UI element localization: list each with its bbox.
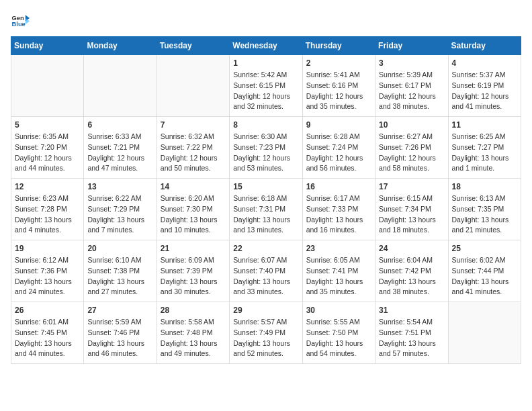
calendar-cell: 5Sunrise: 6:35 AM Sunset: 7:20 PM Daylig… — [11, 117, 84, 179]
calendar-cell: 27Sunrise: 5:59 AM Sunset: 7:46 PM Dayli… — [84, 302, 157, 364]
calendar-cell: 31Sunrise: 5:54 AM Sunset: 7:51 PM Dayli… — [375, 302, 448, 364]
calendar-cell: 11Sunrise: 6:25 AM Sunset: 7:27 PM Dayli… — [448, 117, 521, 179]
day-number: 12 — [15, 182, 80, 191]
calendar-cell: 28Sunrise: 5:58 AM Sunset: 7:48 PM Dayli… — [157, 302, 229, 364]
day-info: Sunrise: 6:15 AM Sunset: 7:34 PM Dayligh… — [379, 193, 444, 236]
day-number: 16 — [306, 182, 371, 191]
calendar-cell: 8Sunrise: 6:30 AM Sunset: 7:23 PM Daylig… — [230, 117, 302, 179]
day-number: 11 — [452, 120, 517, 130]
day-number: 13 — [87, 182, 152, 191]
day-number: 1 — [233, 58, 298, 68]
day-info: Sunrise: 6:25 AM Sunset: 7:27 PM Dayligh… — [452, 132, 517, 174]
day-info: Sunrise: 6:04 AM Sunset: 7:42 PM Dayligh… — [379, 255, 444, 298]
day-info: Sunrise: 6:32 AM Sunset: 7:22 PM Dayligh… — [161, 132, 226, 174]
day-number: 7 — [161, 120, 226, 130]
day-info: Sunrise: 5:42 AM Sunset: 6:15 PM Dayligh… — [233, 70, 298, 112]
weekday-header-friday: Friday — [375, 37, 448, 55]
calendar-cell — [448, 302, 521, 364]
calendar-cell: 14Sunrise: 6:20 AM Sunset: 7:30 PM Dayli… — [157, 179, 229, 240]
calendar-cell — [84, 55, 157, 117]
day-number: 22 — [233, 244, 298, 253]
calendar-week-5: 26Sunrise: 6:01 AM Sunset: 7:45 PM Dayli… — [11, 302, 521, 364]
weekday-header-wednesday: Wednesday — [230, 37, 302, 55]
day-info: Sunrise: 6:12 AM Sunset: 7:36 PM Dayligh… — [15, 255, 80, 298]
logo-icon: Gen Blue — [11, 11, 30, 30]
calendar-cell: 15Sunrise: 6:18 AM Sunset: 7:31 PM Dayli… — [230, 179, 302, 240]
calendar-cell: 4Sunrise: 5:37 AM Sunset: 6:19 PM Daylig… — [448, 55, 521, 117]
calendar-cell: 20Sunrise: 6:10 AM Sunset: 7:38 PM Dayli… — [84, 240, 157, 302]
svg-text:Blue: Blue — [12, 21, 26, 28]
calendar-cell: 22Sunrise: 6:07 AM Sunset: 7:40 PM Dayli… — [230, 240, 302, 302]
day-number: 18 — [452, 182, 517, 191]
calendar-cell — [157, 55, 229, 117]
calendar-cell: 16Sunrise: 6:17 AM Sunset: 7:33 PM Dayli… — [302, 179, 375, 240]
day-info: Sunrise: 6:18 AM Sunset: 7:31 PM Dayligh… — [233, 193, 298, 236]
weekday-header-monday: Monday — [84, 37, 157, 55]
calendar-cell: 1Sunrise: 5:42 AM Sunset: 6:15 PM Daylig… — [230, 55, 302, 117]
day-info: Sunrise: 6:28 AM Sunset: 7:24 PM Dayligh… — [306, 132, 371, 174]
day-number: 20 — [87, 244, 152, 253]
day-number: 5 — [15, 120, 80, 130]
day-info: Sunrise: 5:54 AM Sunset: 7:51 PM Dayligh… — [379, 317, 444, 359]
weekday-header-saturday: Saturday — [448, 37, 521, 55]
day-number: 31 — [379, 306, 444, 315]
day-info: Sunrise: 6:01 AM Sunset: 7:45 PM Dayligh… — [15, 317, 80, 359]
calendar-cell: 29Sunrise: 5:57 AM Sunset: 7:49 PM Dayli… — [230, 302, 302, 364]
day-number: 8 — [233, 120, 298, 130]
day-number: 29 — [233, 306, 298, 315]
calendar-cell: 2Sunrise: 5:41 AM Sunset: 6:16 PM Daylig… — [302, 55, 375, 117]
calendar-week-4: 19Sunrise: 6:12 AM Sunset: 7:36 PM Dayli… — [11, 240, 521, 302]
calendar-cell: 7Sunrise: 6:32 AM Sunset: 7:22 PM Daylig… — [157, 117, 229, 179]
day-number: 10 — [379, 120, 444, 130]
day-number: 21 — [161, 244, 226, 253]
calendar-cell: 21Sunrise: 6:09 AM Sunset: 7:39 PM Dayli… — [157, 240, 229, 302]
day-number: 24 — [379, 244, 444, 253]
calendar-week-1: 1Sunrise: 5:42 AM Sunset: 6:15 PM Daylig… — [11, 55, 521, 117]
day-info: Sunrise: 6:17 AM Sunset: 7:33 PM Dayligh… — [306, 193, 371, 236]
calendar-cell: 25Sunrise: 6:02 AM Sunset: 7:44 PM Dayli… — [448, 240, 521, 302]
day-info: Sunrise: 6:33 AM Sunset: 7:21 PM Dayligh… — [87, 132, 152, 174]
calendar-week-2: 5Sunrise: 6:35 AM Sunset: 7:20 PM Daylig… — [11, 117, 521, 179]
calendar-cell: 6Sunrise: 6:33 AM Sunset: 7:21 PM Daylig… — [84, 117, 157, 179]
calendar-cell: 23Sunrise: 6:05 AM Sunset: 7:41 PM Dayli… — [302, 240, 375, 302]
day-info: Sunrise: 6:05 AM Sunset: 7:41 PM Dayligh… — [306, 255, 371, 298]
day-info: Sunrise: 5:41 AM Sunset: 6:16 PM Dayligh… — [306, 70, 371, 112]
day-info: Sunrise: 6:10 AM Sunset: 7:38 PM Dayligh… — [87, 255, 152, 298]
day-info: Sunrise: 6:13 AM Sunset: 7:35 PM Dayligh… — [452, 193, 517, 236]
day-info: Sunrise: 6:07 AM Sunset: 7:40 PM Dayligh… — [233, 255, 298, 298]
day-number: 23 — [306, 244, 371, 253]
day-info: Sunrise: 5:39 AM Sunset: 6:17 PM Dayligh… — [379, 70, 444, 112]
logo: Gen Blue — [11, 11, 32, 30]
calendar-cell: 13Sunrise: 6:22 AM Sunset: 7:29 PM Dayli… — [84, 179, 157, 240]
day-number: 19 — [15, 244, 80, 253]
page-header: Gen Blue — [11, 11, 521, 30]
day-number: 9 — [306, 120, 371, 130]
day-info: Sunrise: 6:27 AM Sunset: 7:26 PM Dayligh… — [379, 132, 444, 174]
day-info: Sunrise: 6:09 AM Sunset: 7:39 PM Dayligh… — [161, 255, 226, 298]
day-info: Sunrise: 6:30 AM Sunset: 7:23 PM Dayligh… — [233, 132, 298, 174]
calendar-cell: 3Sunrise: 5:39 AM Sunset: 6:17 PM Daylig… — [375, 55, 448, 117]
day-number: 28 — [161, 306, 226, 315]
day-info: Sunrise: 6:23 AM Sunset: 7:28 PM Dayligh… — [15, 193, 80, 236]
day-number: 4 — [452, 58, 517, 68]
day-info: Sunrise: 5:58 AM Sunset: 7:48 PM Dayligh… — [161, 317, 226, 359]
day-number: 17 — [379, 182, 444, 191]
calendar-cell: 26Sunrise: 6:01 AM Sunset: 7:45 PM Dayli… — [11, 302, 84, 364]
calendar-header: SundayMondayTuesdayWednesdayThursdayFrid… — [11, 37, 521, 55]
calendar-cell — [11, 55, 84, 117]
calendar-cell: 30Sunrise: 5:55 AM Sunset: 7:50 PM Dayli… — [302, 302, 375, 364]
calendar-cell: 12Sunrise: 6:23 AM Sunset: 7:28 PM Dayli… — [11, 179, 84, 240]
weekday-header-tuesday: Tuesday — [157, 37, 229, 55]
day-number: 27 — [87, 306, 152, 315]
day-number: 2 — [306, 58, 371, 68]
day-info: Sunrise: 6:20 AM Sunset: 7:30 PM Dayligh… — [161, 193, 226, 236]
calendar-cell: 17Sunrise: 6:15 AM Sunset: 7:34 PM Dayli… — [375, 179, 448, 240]
calendar-table: SundayMondayTuesdayWednesdayThursdayFrid… — [11, 36, 521, 364]
day-number: 3 — [379, 58, 444, 68]
day-number: 6 — [87, 120, 152, 130]
day-info: Sunrise: 5:55 AM Sunset: 7:50 PM Dayligh… — [306, 317, 371, 359]
calendar-cell: 24Sunrise: 6:04 AM Sunset: 7:42 PM Dayli… — [375, 240, 448, 302]
day-number: 26 — [15, 306, 80, 315]
svg-text:Gen: Gen — [12, 15, 24, 21]
calendar-cell: 18Sunrise: 6:13 AM Sunset: 7:35 PM Dayli… — [448, 179, 521, 240]
